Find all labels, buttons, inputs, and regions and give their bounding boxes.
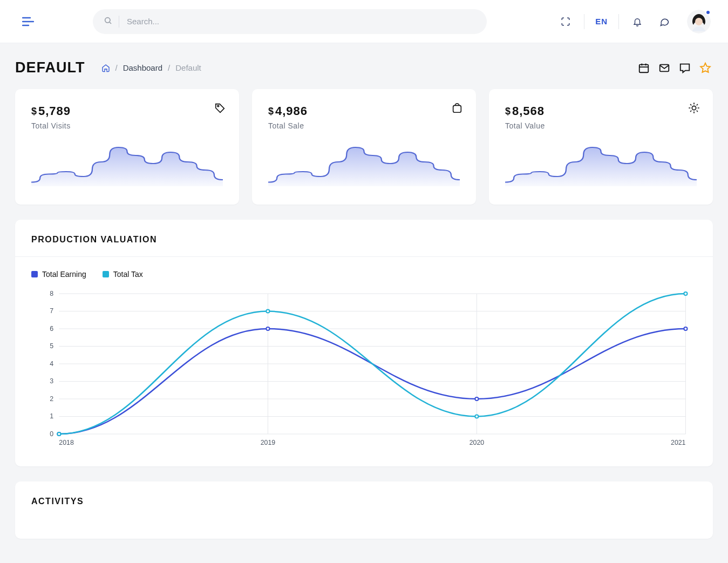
svg-line-20	[697, 111, 697, 111]
legend-tax[interactable]: Total Tax	[103, 270, 143, 279]
favorite-button[interactable]	[698, 60, 713, 76]
breadcrumb-home[interactable]	[101, 64, 110, 72]
legend-swatch	[31, 271, 38, 277]
svg-text:2: 2	[50, 395, 53, 403]
legend-earning[interactable]: Total Earning	[31, 270, 86, 279]
svg-text:8: 8	[50, 290, 53, 297]
svg-text:4: 4	[50, 360, 53, 368]
production-valuation-card: PRODUCTION VALUATION Total Earning Total…	[15, 220, 713, 466]
home-icon	[101, 64, 110, 72]
fullscreen-button[interactable]	[554, 10, 577, 33]
stat-number: 4,986	[275, 104, 308, 118]
stat-value: $5,789	[31, 104, 223, 118]
search-divider	[119, 16, 119, 28]
stat-card-visits: $5,789 Total Visits	[15, 89, 239, 205]
svg-point-49	[266, 327, 269, 330]
calendar-icon	[638, 62, 650, 74]
notifications-button[interactable]	[625, 10, 649, 33]
breadcrumb-dashboard[interactable]: Dashboard	[123, 63, 162, 72]
pv-title: PRODUCTION VALUATION	[31, 235, 697, 245]
stat-label: Total Visits	[31, 121, 223, 130]
svg-point-54	[475, 415, 478, 418]
sun-icon	[688, 102, 700, 116]
svg-point-3	[105, 17, 110, 22]
mail-icon	[658, 62, 670, 74]
svg-rect-7	[639, 64, 649, 72]
svg-text:2021: 2021	[671, 439, 686, 446]
fullscreen-icon	[561, 17, 570, 26]
stat-number: 8,568	[512, 104, 545, 118]
svg-line-21	[690, 111, 691, 111]
svg-text:0: 0	[50, 430, 53, 438]
menu-toggle[interactable]	[17, 11, 39, 32]
legend-label: Total Earning	[42, 270, 86, 279]
page-title: DEFAULT	[15, 59, 85, 76]
messages-button[interactable]	[652, 10, 676, 33]
svg-line-19	[690, 104, 691, 105]
breadcrumb-sep: /	[115, 63, 118, 72]
svg-line-22	[697, 104, 697, 105]
activitys-title: ACTIVITYS	[31, 497, 697, 506]
shopping-bag-icon	[451, 102, 463, 116]
main-content: $5,789 Total Visits $4,986 Total Sale	[0, 89, 728, 560]
language-switch[interactable]: EN	[591, 17, 612, 26]
message-square-icon	[679, 62, 691, 74]
stats-row: $5,789 Total Visits $4,986 Total Sale	[15, 89, 713, 205]
stat-value: $4,986	[268, 104, 460, 118]
chat-button[interactable]	[677, 60, 692, 76]
bell-icon	[632, 16, 642, 27]
search-input[interactable]	[127, 17, 476, 26]
svg-text:3: 3	[50, 378, 53, 385]
svg-text:2020: 2020	[470, 439, 485, 446]
svg-text:7: 7	[50, 308, 53, 315]
svg-point-53	[266, 310, 269, 313]
legend-swatch	[103, 271, 109, 277]
svg-point-52	[57, 432, 60, 436]
svg-point-12	[217, 105, 219, 107]
avatar-status-dot	[705, 10, 711, 15]
header-divider	[618, 14, 619, 29]
svg-point-55	[684, 292, 687, 295]
search-icon	[104, 16, 112, 27]
header-divider	[584, 14, 584, 29]
svg-text:2018: 2018	[59, 439, 74, 446]
sparkline	[505, 143, 697, 186]
pagebar-actions	[636, 60, 713, 76]
tag-icon	[214, 102, 226, 116]
calendar-button[interactable]	[636, 60, 651, 76]
svg-text:2019: 2019	[261, 439, 276, 446]
stat-number: 5,789	[38, 104, 71, 118]
stat-label: Total Value	[505, 121, 697, 130]
stat-value: $8,568	[505, 104, 697, 118]
pv-header: PRODUCTION VALUATION	[15, 220, 713, 257]
page-bar: DEFAULT / Dashboard / Default	[0, 43, 728, 89]
breadcrumb-sep: /	[168, 63, 170, 72]
header-right: EN	[554, 10, 711, 33]
legend-label: Total Tax	[113, 270, 143, 279]
breadcrumb: / Dashboard / Default	[101, 63, 201, 72]
svg-text:5: 5	[50, 343, 53, 350]
svg-point-6	[695, 18, 703, 25]
pv-legend: Total Earning Total Tax	[31, 270, 697, 279]
svg-text:6: 6	[50, 325, 53, 333]
mail-button[interactable]	[657, 60, 672, 76]
stat-label: Total Sale	[268, 121, 460, 130]
breadcrumb-current: Default	[175, 63, 201, 72]
app-header: EN	[0, 0, 728, 43]
search-wrap	[93, 9, 487, 34]
svg-text:1: 1	[50, 413, 53, 420]
svg-point-50	[475, 397, 478, 401]
stat-card-sale: $4,986 Total Sale	[252, 89, 476, 205]
pv-chart: 0123456782018201920202021	[31, 288, 697, 450]
svg-rect-13	[453, 105, 461, 112]
star-icon	[699, 62, 711, 74]
chat-icon	[659, 16, 670, 27]
activitys-card: ACTIVITYS	[15, 481, 713, 539]
sparkline	[268, 143, 460, 186]
svg-point-14	[692, 106, 696, 110]
svg-line-4	[110, 22, 111, 24]
user-avatar[interactable]	[687, 10, 711, 33]
stat-card-value: $8,568 Total Value	[489, 89, 713, 205]
sparkline	[31, 143, 223, 186]
svg-point-51	[684, 327, 687, 330]
